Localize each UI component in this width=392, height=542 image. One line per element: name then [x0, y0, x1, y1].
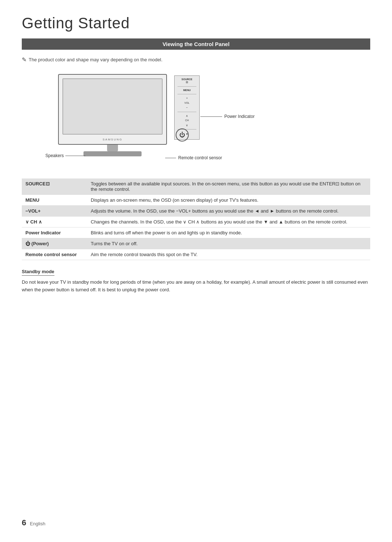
page-number: 6	[22, 518, 26, 527]
cp-sep2	[177, 94, 196, 94]
feature-description: Turns the TV on or off.	[87, 238, 370, 249]
page-number-area: 6 English	[22, 518, 45, 527]
table-row: Power IndicatorBlinks and turns off when…	[22, 227, 370, 238]
power-button-area: ⏻	[176, 128, 189, 141]
pi-hline	[200, 116, 222, 117]
cp-sep1	[177, 86, 196, 87]
feature-label: −VOL+	[22, 206, 87, 217]
speakers-line	[65, 156, 85, 156]
rcs-line	[165, 158, 176, 158]
standby-text: Do not leave your TV in standby mode for…	[22, 279, 370, 294]
cp-ch-down: ∨	[186, 124, 188, 127]
cp-ch-label: CH	[185, 119, 189, 122]
power-button-icon: ⏻	[176, 128, 189, 141]
speakers-text: Speakers	[45, 153, 64, 158]
feature-label: Power Indicator	[22, 227, 87, 238]
feature-description: Aim the remote control towards this spot…	[87, 249, 370, 260]
feature-label: MENU	[22, 195, 87, 206]
feature-label: SOURCE⊡	[22, 178, 87, 195]
table-row: SOURCE⊡Toggles between all the available…	[22, 178, 370, 195]
tv-brand: SAMSUNG	[103, 138, 122, 141]
note-icon: ✎	[22, 56, 26, 63]
power-indicator-line: Power Indicator	[200, 114, 254, 119]
cp-source: SOURCE⊡	[181, 78, 192, 84]
remote-sensor-text: Remote control sensor	[178, 155, 222, 160]
section-header: Viewing the Control Panel	[22, 38, 370, 50]
cp-vol-plus: +	[186, 97, 188, 100]
feature-description: Displays an on-screen menu, the OSD (on …	[87, 195, 370, 206]
diagram-area: SAMSUNG Speakers SOURCE⊡ MENU + VOL − ∧ …	[22, 70, 370, 168]
cp-vol-label: VOL	[184, 102, 189, 104]
speakers-label: Speakers	[45, 153, 85, 158]
cp-sep3	[177, 112, 196, 112]
note-line: ✎ The product color and shape may vary d…	[22, 56, 370, 63]
feature-label: Remote control sensor	[22, 249, 87, 260]
feature-description: Changes the channels. In the OSD, use th…	[87, 217, 370, 227]
feature-label: ⏻ (Power)	[22, 238, 87, 249]
cp-ch-up: ∧	[186, 114, 188, 118]
feature-description: Blinks and turns off when the power is o…	[87, 227, 370, 238]
table-row: −VOL+Adjusts the volume. In the OSD, use…	[22, 206, 370, 217]
feature-description: Toggles between all the available input …	[87, 178, 370, 195]
tv-diagram: SAMSUNG	[58, 74, 167, 156]
tv-screen	[62, 78, 163, 135]
power-indicator-label: Power Indicator	[224, 114, 254, 119]
tv-stand-base	[83, 151, 142, 156]
table-row: MENUDisplays an on-screen menu, the OSD …	[22, 195, 370, 206]
table-row: Remote control sensorAim the remote cont…	[22, 249, 370, 260]
feature-label: ∨ CH ∧	[22, 217, 87, 227]
table-row: ⏻ (Power)Turns the TV on or off.	[22, 238, 370, 249]
table-row: ∨ CH ∧Changes the channels. In the OSD, …	[22, 217, 370, 227]
tv-bezel: SAMSUNG	[58, 74, 167, 145]
cp-vol-minus: −	[186, 106, 188, 110]
note-text: The product color and shape may vary dep…	[29, 57, 163, 62]
page-title: Getting Started	[22, 15, 370, 32]
feature-description: Adjusts the volume. In the OSD, use the …	[87, 206, 370, 217]
standby-title: Standby mode	[22, 269, 54, 276]
tv-stand-neck	[107, 145, 118, 151]
remote-sensor-label-area: Remote control sensor	[165, 155, 222, 160]
standby-section: Standby mode Do not leave your TV in sta…	[22, 268, 370, 294]
cp-menu: MENU	[183, 89, 191, 92]
page-language: English	[30, 521, 45, 526]
features-table: SOURCE⊡Toggles between all the available…	[22, 178, 370, 260]
